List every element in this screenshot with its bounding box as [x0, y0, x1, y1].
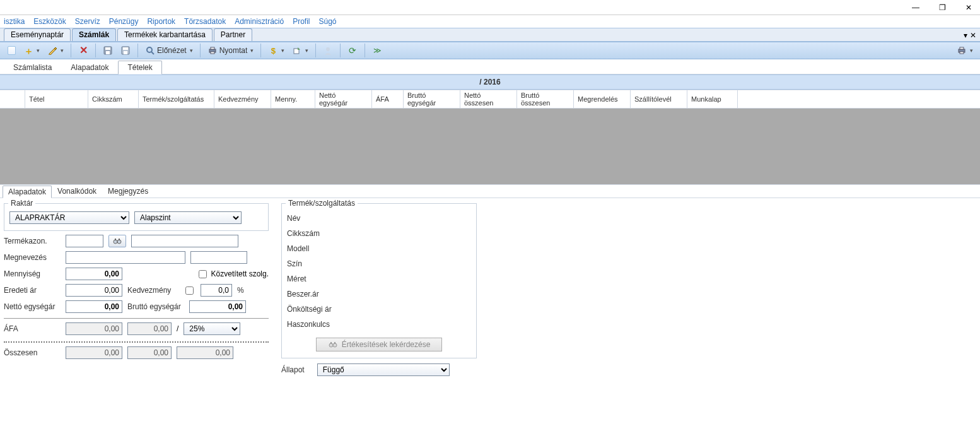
eredeti-label: Eredeti ár: [4, 286, 61, 295]
toolbar-separator: [340, 44, 341, 57]
info-nev: Név: [287, 214, 471, 223]
mennyiseg-input[interactable]: [66, 268, 122, 280]
allapot-select[interactable]: Függő: [317, 363, 450, 376]
info-meret: Méret: [287, 275, 471, 283]
add-button[interactable]: ＋: [20, 43, 43, 58]
dtab-alapadatok[interactable]: Alapadatok: [3, 186, 52, 198]
currency-button[interactable]: $: [265, 43, 288, 58]
menu-penzugy[interactable]: Pénzügy: [109, 17, 139, 26]
print-button[interactable]: Nyomtat: [204, 43, 257, 58]
col-brutto-egysegar[interactable]: Bruttó egységár: [404, 90, 460, 108]
new-doc-button[interactable]: [4, 43, 19, 58]
tab-esemenynaptar[interactable]: Eseménynaptár: [4, 28, 71, 41]
tab-termekek-karbantartasa[interactable]: Termékek karbantartása: [117, 28, 213, 41]
col-megrendeles[interactable]: Megrendelés: [574, 90, 631, 108]
window-titlebar: — ❐ ✕: [0, 0, 980, 15]
pencil-icon: [47, 45, 57, 56]
export-button[interactable]: [289, 43, 312, 58]
svg-rect-9: [211, 47, 214, 49]
tab-szamlak[interactable]: Számlák: [72, 28, 116, 41]
menu-eszkozok[interactable]: Eszközök: [33, 17, 66, 26]
szint-select[interactable]: Alapszint: [134, 211, 242, 224]
megnevezes-input[interactable]: [66, 251, 185, 264]
preview-label: Előnézet: [157, 46, 187, 55]
termek-desc-input[interactable]: [131, 235, 238, 247]
close-button[interactable]: ✕: [961, 3, 976, 12]
osszesen-afa: [127, 346, 172, 359]
year-banner: / 2016: [0, 74, 980, 90]
eredeti-input[interactable]: [66, 284, 122, 297]
preview-button[interactable]: Előnézet: [142, 43, 196, 58]
brutto-egysegar-input[interactable]: [189, 300, 246, 313]
delete-button[interactable]: ✕: [75, 43, 91, 58]
afa-rate-select[interactable]: 25%: [184, 322, 240, 335]
netto-egysegar-input[interactable]: [66, 300, 122, 313]
printer-icon: [957, 45, 967, 56]
user-button[interactable]: [320, 43, 336, 58]
save-button[interactable]: [100, 43, 116, 58]
col-munkalap[interactable]: Munkalap: [687, 90, 738, 108]
menu-statisztika[interactable]: isztika: [4, 17, 25, 26]
col-kedvezmeny[interactable]: Kedvezmény: [214, 90, 271, 108]
tabs-close-icon[interactable]: ✕: [970, 31, 976, 40]
form-area: Raktár ALAPRAKTÁR Alapszint Termékazon.: [0, 198, 980, 381]
col-menny[interactable]: Menny.: [271, 90, 315, 108]
col-afa[interactable]: ÁFA: [372, 90, 404, 108]
menu-adminisztracio[interactable]: Adminisztráció: [235, 17, 284, 26]
tab-tetelek[interactable]: Tételek: [118, 61, 161, 74]
menu-sugo[interactable]: Súgó: [319, 17, 337, 26]
menu-szerviz[interactable]: Szervíz: [75, 17, 100, 26]
col-termek[interactable]: Termék/szolgáltatás: [139, 90, 214, 108]
svg-rect-22: [330, 342, 332, 344]
tab-szamlalista[interactable]: Számlalista: [4, 61, 61, 74]
edit-button[interactable]: [44, 43, 67, 58]
sync-button[interactable]: ≫: [369, 43, 385, 58]
tab-alapadatok-top[interactable]: Alapadatok: [61, 61, 118, 74]
kozvetitett-label: Közvetített szolg.: [211, 269, 269, 278]
col-cikkszam[interactable]: Cikkszám: [88, 90, 139, 108]
raktar-select[interactable]: ALAPRAKTÁR: [9, 211, 129, 224]
main-menu: isztika Eszközök Szervíz Pénzügy Riporto…: [0, 15, 980, 28]
brutto-egysegar-label: Bruttó egységár: [127, 302, 184, 311]
menu-profil[interactable]: Profil: [293, 17, 310, 26]
binoculars-icon: [112, 236, 122, 246]
sales-query-button[interactable]: Értékesítések lekérdezése: [316, 338, 442, 351]
termek-info-legend: Termék/szolgáltatás: [286, 199, 358, 208]
netto-egysegar-label: Nettó egységár: [4, 302, 61, 311]
info-modell: Modell: [287, 244, 471, 253]
col-netto-osszesen[interactable]: Nettó összesen: [460, 90, 517, 108]
termekazon-input[interactable]: [66, 235, 103, 247]
raktar-group: Raktár ALAPRAKTÁR Alapszint: [4, 203, 269, 231]
kedvezmeny-check[interactable]: [185, 286, 194, 295]
menu-torzsadatok[interactable]: Törzsadatok: [184, 17, 226, 26]
save-as-button[interactable]: [117, 43, 134, 58]
kozvetitett-check[interactable]: [199, 270, 207, 278]
col-rowhandle[interactable]: [0, 90, 25, 108]
tabs-dropdown-icon[interactable]: ▾: [964, 31, 967, 40]
grid-body[interactable]: [0, 109, 980, 184]
kozvetitett-checkbox[interactable]: Közvetített szolg.: [196, 268, 269, 280]
col-brutto-osszesen[interactable]: Bruttó összesen: [517, 90, 574, 108]
dtab-megjegyzes[interactable]: Megjegyzés: [102, 185, 154, 198]
col-netto-egysegar[interactable]: Nettó egységár: [315, 90, 372, 108]
minimize-button[interactable]: —: [908, 3, 923, 12]
restore-button[interactable]: ❐: [935, 3, 950, 12]
refresh-button[interactable]: ⟳: [344, 43, 361, 58]
col-szallitolevel[interactable]: Szállítólevél: [631, 90, 687, 108]
svg-rect-14: [960, 47, 964, 49]
afa-label: ÁFA: [4, 324, 61, 333]
print-right-button[interactable]: [954, 43, 976, 58]
divider: [4, 318, 269, 319]
col-tetel[interactable]: Tétel: [25, 90, 88, 108]
menu-riportok[interactable]: Riportok: [147, 17, 175, 26]
osszesen-label: Összesen: [4, 348, 61, 357]
termek-lookup-button[interactable]: [108, 235, 126, 247]
kedvezmeny-input[interactable]: [201, 284, 232, 297]
dtab-vonalkodok[interactable]: Vonalkódok: [52, 185, 102, 198]
toolbar: ＋ ✕ Előnézet Nyomtat $ ⟳ ≫: [0, 42, 980, 59]
sync-icon: ≫: [372, 45, 382, 56]
svg-rect-5: [124, 51, 127, 54]
export-icon: [292, 45, 302, 56]
megnevezes2-input[interactable]: [190, 251, 247, 264]
tab-partner[interactable]: Partner: [214, 28, 252, 41]
